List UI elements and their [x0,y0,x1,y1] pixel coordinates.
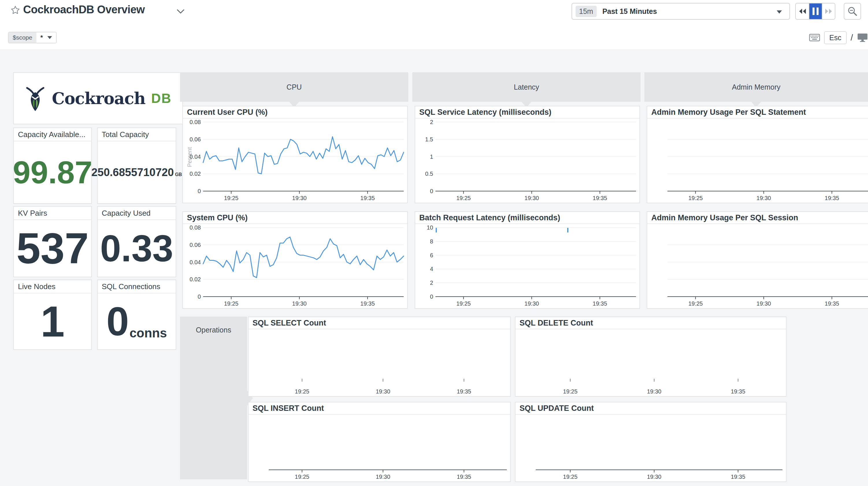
widget-admin-memory-per-sql-session[interactable]: Admin Memory Usage Per SQL Session 19:25… [647,211,868,309]
top-bar: CockroachDB Overview 15m Past 15 Minutes [0,0,868,49]
time-range-label: Past 15 Minutes [602,7,657,16]
chart-plot-area: Percent 00.020.040.060.0819:2519:3019:35 [183,118,407,203]
time-picker-caret-icon [777,10,782,13]
widget-batch-request-latency[interactable]: Batch Request Latency (milliseconds) 024… [415,211,640,309]
shortcut-hints: Esc / [809,30,868,45]
zoom-out-icon [847,6,857,16]
chart-title: SQL DELETE Count [516,317,786,329]
tile-title: KV Pairs [14,207,91,220]
playback-controls [795,3,835,20]
x-tick-label: 19:35 [587,195,613,201]
widget-admin-memory-per-sql-statement[interactable]: Admin Memory Usage Per SQL Statement 19:… [647,106,868,203]
x-tick-label: 19:35 [451,388,477,395]
widget-sql-insert-count[interactable]: SQL INSERT Count 19:2519:3019:35 [248,402,511,482]
group-header-admin-memory[interactable]: Admin Memory [644,72,868,102]
rewind-button[interactable] [796,3,809,19]
chart-title: SQL SELECT Count [248,317,510,329]
x-tick-label: 19:30 [370,473,396,480]
tile-title: Live Nodes [14,280,91,293]
x-tick-label: 19:25 [557,473,583,480]
widget-current-user-cpu[interactable]: Current User CPU (%) Percent 00.020.040.… [182,106,408,203]
y-tick-label: 2 [413,118,433,125]
tile-title: Capacity Available... [14,128,91,141]
y-tick-label: 4 [413,265,433,273]
chart-plot-area: 00.020.040.060.0819:2519:3019:35 [183,224,407,308]
widget-sql-service-latency[interactable]: SQL Service Latency (milliseconds) 00.51… [415,106,640,203]
fast-forward-button[interactable] [822,3,835,19]
title-chevron-down-icon[interactable] [177,9,184,15]
x-tick-label: 19:25 [218,195,244,201]
widget-sql-select-count[interactable]: SQL SELECT Count 19:2519:3019:35 [248,317,511,397]
widget-sql-update-count[interactable]: SQL UPDATE Count 19:2519:3019:35 [515,402,786,482]
template-variable-value: * [36,32,56,43]
group-header-latency[interactable]: Latency [412,72,641,102]
variable-caret-icon [48,36,52,39]
x-tick-label: 19:30 [370,388,396,395]
tile-capacity-available: Capacity Available... 99.87 [13,127,92,204]
tile-title: Capacity Used [98,207,176,220]
tile-value: 0.33 [98,220,176,277]
tile-number: 250.6855710720 [91,167,174,178]
cockroachdb-logo-widget: Cockroach DB [13,72,183,124]
group-label: Admin Memory [732,83,780,91]
tile-total-capacity: Total Capacity 250.6855710720GB [97,127,176,204]
chart-plot-area: 19:2519:3019:35 [647,224,868,308]
cockroach-bug-icon [25,85,46,112]
chart-plot-area: 19:2519:3019:35 [248,329,510,396]
group-label: Operations [180,326,247,334]
y-tick-label: 10 [413,224,433,231]
x-tick-label: 19:30 [286,300,312,307]
tile-value: 250.6855710720GB [98,141,176,203]
tile-kv-pairs: KV Pairs 537 [13,206,92,277]
chart-title: SQL INSERT Count [248,402,510,414]
y-tick-label: 0.02 [181,170,201,177]
chart-plot-area: 024681019:2519:3019:35 [415,224,640,308]
pause-button[interactable] [809,3,822,19]
chart-title: Admin Memory Usage Per SQL Session [647,212,868,224]
chart-title: Current User CPU (%) [183,106,407,118]
y-tick-label: 0 [413,188,433,195]
favorite-star-icon[interactable] [10,5,20,15]
tile-unit: conns [129,327,167,339]
y-tick-label: 0.06 [181,136,201,143]
tile-number: 0.33 [100,230,173,267]
group-header-cpu[interactable]: CPU [180,72,408,102]
x-tick-label: 19:25 [557,388,583,395]
chart-plot-area: 19:2519:3019:35 [516,329,786,396]
template-variable-scope[interactable]: $scope * [8,32,57,44]
y-tick-label: 0.08 [181,118,201,125]
tile-title: SQL Connections [98,280,176,293]
y-tick-label: 0.5 [413,170,433,177]
x-tick-label: 19:30 [751,300,777,307]
chart-plot-area: 19:2519:3019:35 [647,118,868,203]
zoom-out-button[interactable] [844,3,861,20]
widget-sql-delete-count[interactable]: SQL DELETE Count 19:2519:3019:35 [515,317,786,397]
y-tick-label: 6 [413,252,433,259]
slash-separator: / [851,33,853,42]
x-tick-label: 19:30 [286,195,312,201]
y-tick-label: 8 [413,238,433,245]
x-tick-label: 19:35 [451,473,477,480]
x-tick-label: 19:35 [819,300,845,307]
y-tick-label: 1.5 [413,136,433,143]
tile-value: 537 [14,220,91,277]
tile-number: 0 [106,301,129,342]
x-tick-label: 19:25 [451,300,476,307]
x-tick-label: 19:35 [354,195,380,201]
group-label: CPU [287,83,302,91]
chart-plot-area: 19:2519:3019:35 [516,414,786,481]
tile-number: 99.87 [13,156,92,188]
logo-word: Cockroach [52,89,145,108]
template-variable-selected: * [40,34,43,41]
y-tick-label: 0.04 [181,259,201,266]
group-header-operations[interactable]: Operations [180,317,247,479]
time-range-picker[interactable]: 15m Past 15 Minutes [571,3,790,20]
y-tick-label: 0.08 [181,224,201,231]
y-tick-label: 0.04 [181,153,201,160]
chart-plot-area: 00.511.5219:2519:3019:35 [415,118,640,203]
tile-sql-connections: SQL Connections 0conns [97,280,176,350]
x-tick-label: 19:30 [641,388,667,395]
widget-system-cpu[interactable]: System CPU (%) 00.020.040.060.0819:2519:… [182,211,408,309]
tv-screen-icon[interactable] [857,33,868,42]
template-variable-name: $scope [9,32,36,43]
